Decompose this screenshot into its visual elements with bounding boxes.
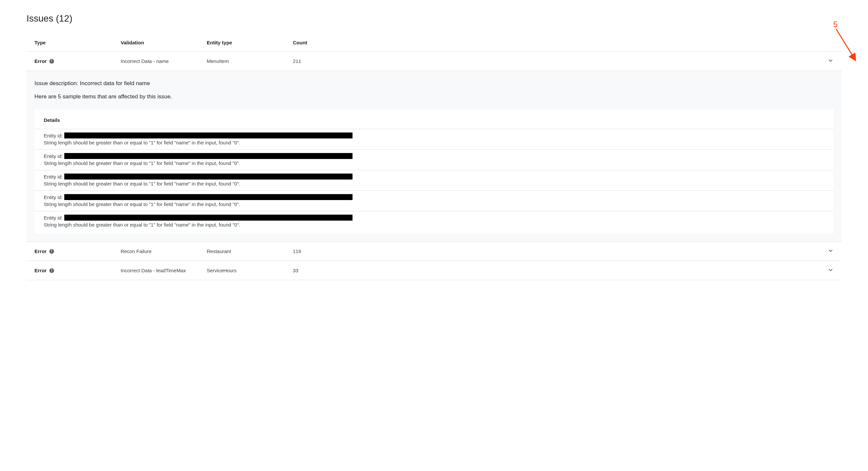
entity-type-cell: Restaurant xyxy=(207,248,293,254)
chevron-down-icon[interactable] xyxy=(828,58,834,64)
validation-cell: Incorrect Data - leadTimeMax xyxy=(121,268,207,273)
col-validation: Validation xyxy=(121,40,207,45)
error-icon: ! xyxy=(49,59,54,64)
count-cell: 116 xyxy=(293,248,379,254)
detail-message: String length should be greater than or … xyxy=(44,181,824,186)
detail-row: Entity id: String length should be great… xyxy=(34,170,834,190)
detail-row: Entity id: String length should be great… xyxy=(34,149,834,170)
validation-cell: Recon Failure xyxy=(121,248,207,254)
issue-row[interactable]: Error ! Recon Failure Restaurant 116 xyxy=(27,242,841,261)
entity-type-cell: MenuItem xyxy=(207,58,293,64)
detail-message: String length should be greater than or … xyxy=(44,140,824,146)
type-cell: Error ! xyxy=(34,248,121,254)
type-label: Error xyxy=(34,58,47,64)
redacted-entity-id xyxy=(64,153,352,159)
entity-id-label: Entity id: xyxy=(44,174,63,180)
type-label: Error xyxy=(34,268,47,273)
type-cell: Error ! xyxy=(34,58,121,64)
issue-expanded-panel: Issue description: Incorrect data for fi… xyxy=(27,71,841,242)
col-entity-type: Entity type xyxy=(207,40,293,45)
col-type: Type xyxy=(34,40,121,45)
page-title: Issues (12) xyxy=(27,13,841,24)
error-icon: ! xyxy=(49,249,54,254)
chevron-down-icon[interactable] xyxy=(828,267,834,273)
col-count: Count xyxy=(293,40,379,45)
type-cell: Error ! xyxy=(34,268,121,273)
detail-message: String length should be greater than or … xyxy=(44,222,824,227)
count-cell: 211 xyxy=(293,58,379,64)
detail-message: String length should be greater than or … xyxy=(44,201,824,207)
detail-row: Entity id: String length should be great… xyxy=(34,129,834,149)
entity-id-label: Entity id: xyxy=(44,153,63,159)
validation-cell: Incorrect Data - name xyxy=(121,58,207,64)
redacted-entity-id xyxy=(64,194,352,200)
details-title: Details xyxy=(34,117,834,129)
redacted-entity-id xyxy=(64,132,352,138)
detail-row: Entity id: String length should be great… xyxy=(34,190,834,211)
table-header: Type Validation Entity type Count xyxy=(27,34,841,52)
redacted-entity-id xyxy=(64,215,352,221)
detail-message: String length should be greater than or … xyxy=(44,160,824,166)
entity-id-label: Entity id: xyxy=(44,215,63,221)
count-cell: 33 xyxy=(293,268,379,273)
entity-id-label: Entity id: xyxy=(44,133,63,138)
issue-description: Issue description: Incorrect data for fi… xyxy=(34,80,834,87)
entity-type-cell: ServiceHours xyxy=(207,268,293,273)
error-icon: ! xyxy=(49,268,54,273)
chevron-down-icon[interactable] xyxy=(828,248,834,254)
issue-row[interactable]: Error ! Incorrect Data - leadTimeMax Ser… xyxy=(27,261,841,280)
entity-id-label: Entity id: xyxy=(44,194,63,200)
redacted-entity-id xyxy=(64,174,352,180)
sample-line: Here are 5 sample items that are affecte… xyxy=(34,93,834,100)
detail-row: Entity id: String length should be great… xyxy=(34,211,834,233)
type-label: Error xyxy=(34,248,47,254)
details-card: Details Entity id: String length should … xyxy=(34,109,834,233)
issue-row[interactable]: Error ! Incorrect Data - name MenuItem 2… xyxy=(27,52,841,71)
